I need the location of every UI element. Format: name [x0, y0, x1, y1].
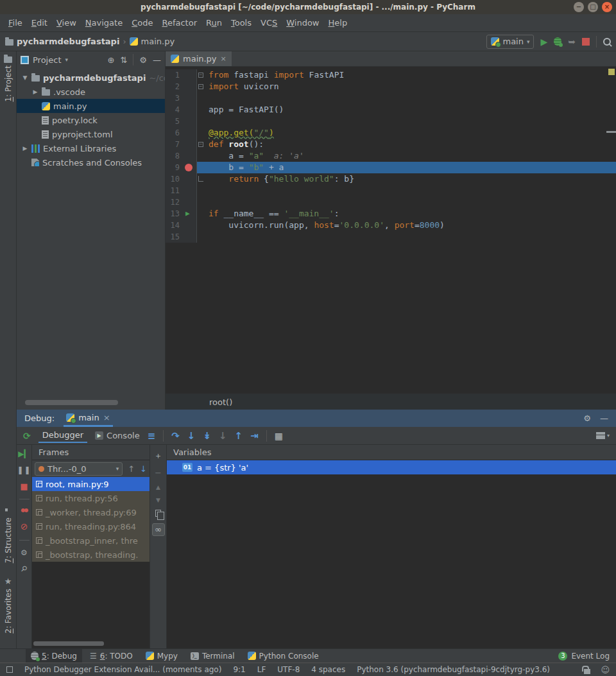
toolwindow-switcher-icon[interactable]	[6, 666, 13, 673]
frame-row[interactable]: _worker, thread.py:69	[32, 505, 150, 519]
toolwindow-mypy[interactable]: Mypy	[141, 649, 183, 663]
menu-vcs[interactable]: VCS	[256, 15, 282, 30]
gear-icon[interactable]: ⚙	[583, 413, 591, 423]
code-line[interactable]: 8 a = "a" a: 'a'	[166, 150, 616, 162]
line-separator[interactable]: LF	[257, 665, 266, 674]
step-out-icon[interactable]: ↑	[235, 430, 243, 442]
status-message[interactable]: Python Debugger Extension Avail... (mome…	[24, 665, 221, 674]
add-watch-icon[interactable]: ＋	[154, 450, 162, 462]
run-gutter-icon[interactable]: ▶	[185, 209, 190, 218]
move-up-icon[interactable]: ▲	[156, 484, 160, 490]
run-to-cursor-icon[interactable]: ⇥	[250, 430, 259, 442]
code-line[interactable]: 5	[166, 116, 616, 127]
scope-breadcrumb[interactable]: root()	[209, 397, 232, 407]
code-line[interactable]: 9 b = "b" + a	[166, 162, 616, 173]
code-line[interactable]: 2−import uvicorn	[166, 81, 616, 92]
expand-arrow-icon[interactable]: ▼	[22, 74, 28, 81]
frame-row[interactable]: _bootstrap_inner, thre	[32, 533, 150, 548]
step-over-icon[interactable]: ↷	[171, 430, 180, 442]
tree-item-main-py[interactable]: main.py	[17, 99, 165, 113]
tab-debugger[interactable]: Debugger	[38, 428, 87, 443]
line-number[interactable]: 4	[166, 104, 182, 116]
line-number[interactable]: 1	[166, 69, 182, 81]
fold-column[interactable]	[196, 162, 205, 173]
gutter[interactable]	[182, 162, 196, 173]
stop-button[interactable]: ■	[20, 482, 28, 490]
code-line[interactable]: 12	[166, 196, 616, 208]
line-number[interactable]: 2	[166, 81, 182, 92]
close-button[interactable]: ×	[602, 2, 612, 12]
force-step-into-icon[interactable]: ↓	[219, 430, 227, 442]
menu-tools[interactable]: Tools	[227, 15, 256, 30]
debug-button[interactable]	[554, 37, 561, 46]
frame-row[interactable]: run, threading.py:864	[32, 519, 150, 533]
fold-column[interactable]	[196, 220, 205, 231]
step-into-my-code-icon[interactable]: ↡	[203, 430, 211, 442]
menu-edit[interactable]: Edit	[27, 15, 52, 30]
debug-session-tab[interactable]: main ×	[64, 410, 112, 427]
view-breakpoints-button[interactable]: ●●	[21, 508, 28, 513]
sidebar-item-structure[interactable]: 7: Structure	[0, 508, 16, 563]
gutter[interactable]	[182, 92, 196, 104]
view-options-icon[interactable]: ≡	[148, 430, 156, 442]
close-icon[interactable]: ×	[103, 413, 110, 422]
code-line[interactable]: 10 return {"hello world": b}	[166, 173, 616, 185]
line-number[interactable]: 15	[166, 231, 182, 243]
locate-icon[interactable]: ⊕	[108, 55, 115, 65]
tree-item-pyproject-toml[interactable]: pyproject.toml	[17, 127, 165, 141]
breakpoint-icon[interactable]	[185, 164, 193, 171]
menu-view[interactable]: View	[52, 15, 81, 30]
indent-style[interactable]: 4 spaces	[311, 665, 345, 674]
gutter[interactable]	[182, 116, 196, 127]
minimize-button[interactable]: −	[574, 2, 584, 12]
gutter[interactable]	[182, 173, 196, 185]
previous-frame-icon[interactable]: ↑	[128, 464, 135, 474]
tab-console[interactable]: ▶ Console	[95, 431, 140, 440]
inspection-indicator[interactable]	[608, 69, 615, 75]
gutter[interactable]: ▶	[182, 208, 196, 220]
fold-column[interactable]	[196, 173, 205, 185]
tree-item--vscode[interactable]: ▶.vscode	[17, 85, 165, 99]
gutter[interactable]	[182, 196, 196, 208]
interpreter[interactable]: Python 3.6 (pycharmdebugfastapi-9cdjtyrg…	[357, 665, 550, 674]
line-number[interactable]: 13	[166, 208, 182, 220]
menu-help[interactable]: Help	[324, 15, 352, 30]
fold-column[interactable]: −	[196, 69, 205, 81]
code-line[interactable]: 13▶if __name__ == '__main__':	[166, 208, 616, 220]
menu-navigate[interactable]: Navigate	[81, 15, 127, 30]
duplicate-icon[interactable]	[155, 510, 161, 517]
evaluate-expression-icon[interactable]: ▦	[275, 431, 283, 441]
line-number[interactable]: 10	[166, 173, 182, 185]
breadcrumb-file[interactable]: main.py	[141, 37, 175, 46]
menu-window[interactable]: Window	[282, 15, 323, 30]
move-down-icon[interactable]: ▼	[156, 497, 160, 503]
remove-watch-icon[interactable]: −	[155, 468, 162, 478]
line-number[interactable]: 8	[166, 150, 182, 162]
file-encoding[interactable]: UTF-8	[277, 665, 300, 674]
frame-row[interactable]: run, thread.py:56	[32, 491, 150, 505]
gutter[interactable]	[182, 69, 196, 81]
run-button[interactable]: ▶	[540, 37, 547, 46]
tab-main-py[interactable]: main.py ×	[166, 51, 232, 66]
toolwindow-5-debug[interactable]: 5: Debug	[26, 649, 82, 663]
gutter[interactable]	[182, 139, 196, 150]
pin-icon[interactable]: ⚲	[19, 564, 29, 574]
breadcrumb-project[interactable]: pycharmdebugfastapi	[17, 37, 119, 46]
readonly-lock-icon[interactable]	[584, 669, 590, 674]
coverage-button[interactable]: ➥	[568, 37, 576, 46]
stop-button[interactable]	[582, 38, 590, 46]
horizontal-scrollbar[interactable]	[33, 641, 104, 646]
fold-icon[interactable]: −	[198, 142, 203, 147]
collapse-all-icon[interactable]: ⇅	[120, 55, 127, 65]
fold-icon[interactable]: −	[198, 84, 203, 89]
hide-panel-icon[interactable]: —	[153, 55, 161, 65]
pause-button[interactable]: ❚❚	[17, 466, 31, 474]
fold-column[interactable]	[196, 185, 205, 196]
maximize-button[interactable]: □	[588, 2, 598, 12]
toolwindow-terminal[interactable]: 〉_Terminal	[185, 649, 240, 663]
project-view-title[interactable]: Project	[33, 55, 61, 65]
gutter[interactable]	[182, 150, 196, 162]
code-editor[interactable]: 1−from fastapi import FastAPI2−import uv…	[166, 67, 616, 394]
fold-column[interactable]: −	[196, 139, 205, 150]
caret-position[interactable]: 9:1	[233, 665, 245, 674]
